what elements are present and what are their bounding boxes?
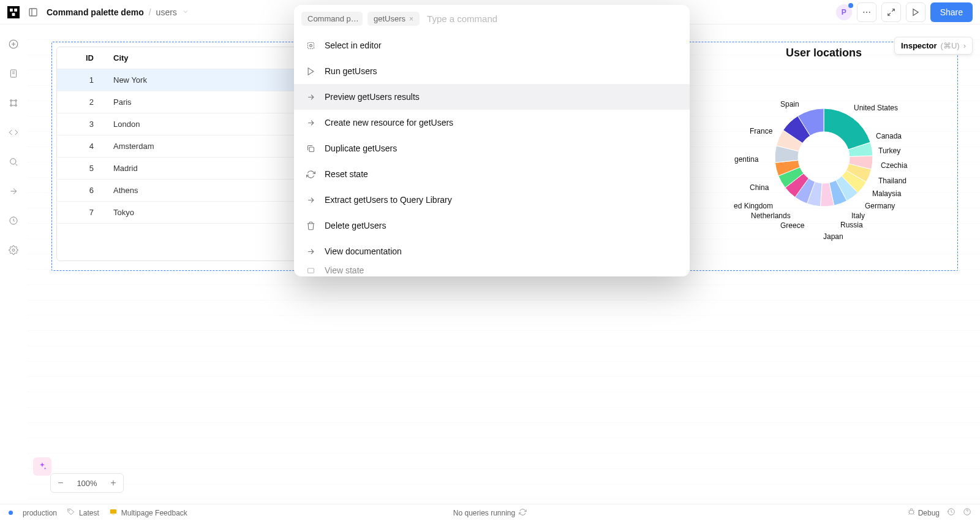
th-id[interactable]: ID — [57, 47, 106, 69]
chart-label: France — [750, 127, 772, 135]
component-tree-icon[interactable] — [6, 96, 21, 110]
svg-point-15 — [12, 249, 15, 251]
inspector-tooltip[interactable]: Inspector (⌘U) › — [894, 37, 973, 55]
cell-id: 7 — [57, 202, 106, 224]
breadcrumb-page[interactable]: users — [156, 7, 177, 17]
palette-item[interactable]: Duplicate getUsers — [294, 135, 690, 161]
pages-icon[interactable] — [6, 66, 21, 81]
user-avatar[interactable]: P — [836, 4, 852, 20]
history-icon[interactable] — [947, 508, 956, 518]
palette-item[interactable]: Delete getUsers — [294, 213, 690, 238]
palette-item[interactable]: Reset state — [294, 161, 690, 187]
pie-slice[interactable] — [824, 108, 870, 150]
arrow-icon — [305, 194, 316, 205]
expand-button[interactable] — [881, 2, 901, 22]
inspector-label: Inspector — [901, 41, 937, 50]
chart-label: gentina — [734, 155, 758, 164]
svg-rect-0 — [10, 9, 13, 12]
version-label[interactable]: Latest — [79, 509, 99, 517]
svg-point-12 — [15, 105, 17, 107]
palette-item[interactable]: View state — [294, 264, 690, 276]
svg-rect-21 — [110, 509, 117, 514]
svg-rect-18 — [309, 147, 314, 152]
refresh-icon[interactable] — [519, 508, 527, 518]
svg-point-10 — [15, 100, 17, 102]
cell-city: New York — [106, 69, 307, 91]
svg-point-13 — [10, 159, 16, 164]
palette-header: Command p… getUsers× — [294, 5, 690, 32]
cell-city: Amsterdam — [106, 135, 307, 158]
svg-point-9 — [10, 100, 12, 102]
svg-point-5 — [866, 12, 867, 13]
debug-label[interactable]: Debug — [918, 509, 940, 517]
cell-id: 6 — [57, 180, 106, 202]
breadcrumb-separator: / — [149, 7, 151, 17]
chevron-right-icon: › — [963, 41, 966, 50]
th-city[interactable]: City — [106, 47, 307, 69]
cell-id: 1 — [57, 69, 106, 91]
add-icon[interactable] — [6, 37, 21, 51]
chart-label: Italy — [851, 211, 865, 220]
product-logo[interactable] — [7, 6, 20, 18]
svg-rect-1 — [14, 9, 17, 12]
donut-chart: United StatesSpainFrancegentinaChinaed K… — [695, 66, 953, 249]
chart-label: Netherlands — [751, 211, 791, 220]
chart-label: Greece — [780, 221, 804, 230]
share-button[interactable]: Share — [930, 2, 973, 22]
clock-icon[interactable] — [6, 213, 21, 228]
user-locations-chart[interactable]: User locations United StatesSpainFranceg… — [695, 47, 953, 261]
svg-point-4 — [863, 12, 864, 13]
more-button[interactable] — [857, 2, 876, 22]
context-chip-app[interactable]: Command p… — [301, 12, 363, 26]
palette-item-label: Create new resource for getUsers — [325, 118, 453, 127]
code-icon[interactable] — [6, 125, 21, 140]
feedback-label[interactable]: Multipage Feedback — [121, 509, 187, 517]
chevron-down-icon[interactable] — [182, 7, 189, 17]
zoom-out-button[interactable]: − — [51, 474, 70, 492]
palette-input[interactable] — [424, 11, 682, 26]
tag-icon — [67, 508, 75, 518]
zoom-in-button[interactable]: + — [104, 474, 123, 492]
palette-item-label: Delete getUsers — [325, 221, 386, 230]
zoom-control: − 100% + — [50, 473, 124, 493]
palette-item-label: Run getUsers — [325, 66, 377, 76]
search-icon[interactable] — [6, 154, 21, 169]
chip-remove-icon[interactable]: × — [409, 15, 413, 23]
palette-item-label: View state — [325, 265, 364, 275]
cell-id: 2 — [57, 91, 106, 113]
app-name[interactable]: Command palette demo — [47, 7, 144, 17]
palette-item[interactable]: Extract getUsers to Query Library — [294, 187, 690, 213]
panel-toggle-icon[interactable] — [26, 5, 40, 20]
svg-point-17 — [309, 44, 312, 47]
copy-icon — [305, 143, 316, 154]
cell-city: Tokyo — [106, 202, 307, 224]
svg-rect-16 — [307, 42, 314, 48]
palette-item[interactable]: Run getUsers — [294, 58, 690, 84]
releases-icon[interactable] — [6, 184, 21, 199]
preview-button[interactable] — [906, 2, 925, 22]
environment-label[interactable]: production — [23, 509, 57, 517]
arrow-icon — [305, 91, 316, 102]
chart-label: Japan — [823, 232, 843, 241]
status-dot-icon — [9, 511, 13, 515]
context-chip-query[interactable]: getUsers× — [368, 12, 420, 26]
palette-item[interactable]: View documentation — [294, 238, 690, 264]
svg-rect-22 — [909, 511, 913, 514]
trash-icon — [305, 220, 316, 231]
arrow-icon — [305, 117, 316, 128]
cell-id: 5 — [57, 158, 106, 180]
settings-icon[interactable] — [6, 243, 21, 257]
ai-sparkle-button[interactable] — [33, 457, 51, 476]
chart-label: Russia — [840, 221, 863, 229]
svg-rect-2 — [12, 13, 15, 16]
palette-item[interactable]: Create new resource for getUsers — [294, 110, 690, 135]
cell-city: Paris — [106, 91, 307, 113]
chart-label: Malaysia — [872, 189, 901, 198]
svg-point-11 — [10, 105, 12, 107]
cell-id: 4 — [57, 135, 106, 158]
palette-item[interactable]: Preview getUsers results — [294, 84, 690, 110]
palette-item[interactable]: Select in editor — [294, 32, 690, 58]
help-icon[interactable] — [963, 508, 971, 518]
chart-label: Thailand — [878, 177, 907, 185]
box-icon — [305, 265, 316, 276]
